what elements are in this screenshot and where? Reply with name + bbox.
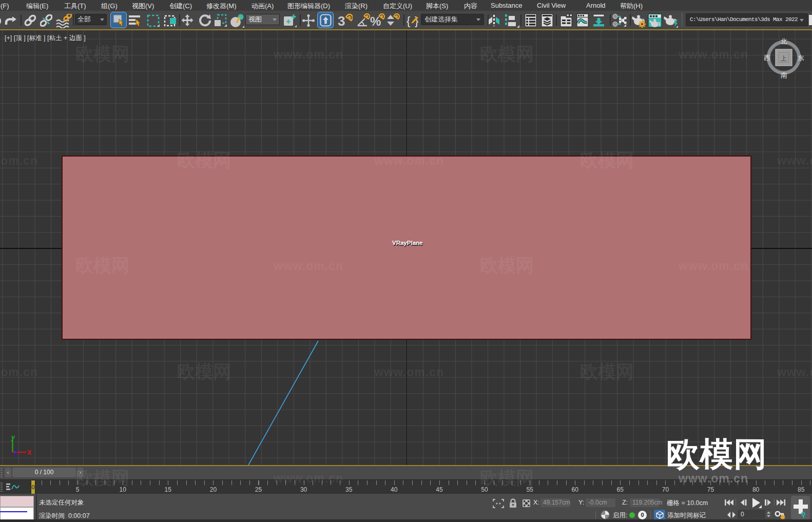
svg-text:南: 南 — [781, 72, 787, 79]
svg-text:3: 3 — [338, 13, 345, 28]
svg-text:北: 北 — [781, 38, 787, 45]
svg-text:Z: Z — [14, 449, 17, 456]
svg-text:y: y — [11, 434, 15, 441]
svg-text:西: 西 — [764, 54, 770, 62]
svg-text:上: 上 — [781, 55, 787, 62]
svg-text:X: X — [27, 449, 31, 456]
svg-text:{: { — [407, 14, 410, 27]
svg-text:东: 东 — [798, 54, 804, 62]
